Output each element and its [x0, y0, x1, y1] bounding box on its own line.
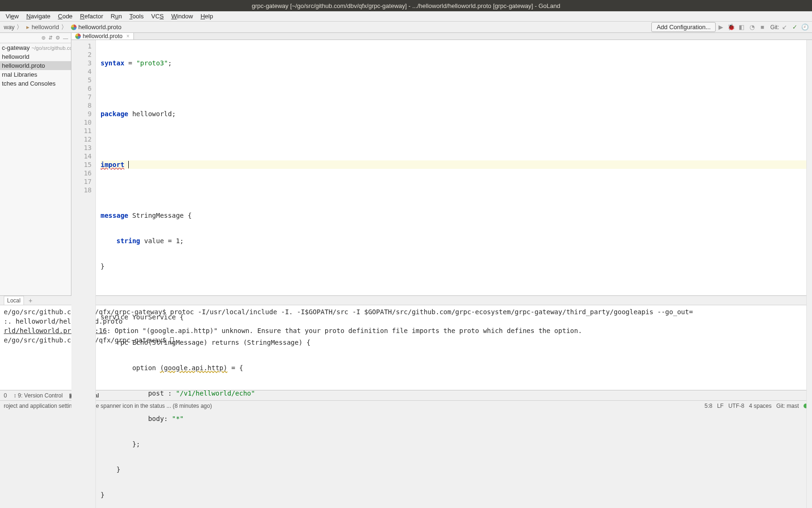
tool-tab-version-control[interactable]: ↕ 9: Version Control — [14, 392, 63, 399]
code-content[interactable]: syntax = "proto3"; package helloworld; i… — [96, 40, 806, 508]
menu-navigate[interactable]: Navigate — [23, 12, 54, 21]
error-stripe[interactable] — [806, 40, 812, 508]
breadcrumb-file[interactable]: helloworld.proto — [69, 24, 124, 31]
editor-tab-active[interactable]: helloworld.proto × — [71, 33, 134, 40]
tree-libraries[interactable]: rnal Libraries — [0, 70, 71, 79]
title-bar: grpc-gateway [~/go/src/github.com/dbv/qf… — [0, 0, 812, 11]
editor-tabs: helloworld.proto × — [71, 33, 812, 40]
code-editor[interactable]: 123456789101112131415161718 syntax = "pr… — [71, 40, 812, 508]
navigation-bar: way〉 ▸helloworld〉 helloworld.proto Add C… — [0, 22, 812, 33]
tree-scratches[interactable]: tches and Consoles — [0, 79, 71, 88]
proto-icon — [75, 33, 81, 39]
tool-tab-0[interactable]: 0 — [4, 392, 7, 399]
line-gutter: 123456789101112131415161718 — [71, 40, 96, 508]
project-toolbar: ⊚ ⇵ ⚙ — — [0, 33, 71, 43]
proto-icon — [71, 24, 77, 30]
run-icon[interactable]: ▶ — [717, 23, 725, 32]
expand-icon[interactable]: ⇵ — [48, 35, 53, 41]
terminal-tab-local[interactable]: Local — [4, 296, 24, 305]
git-update-icon[interactable]: ↙ — [780, 23, 789, 32]
coverage-icon[interactable]: ◧ — [737, 23, 746, 32]
collapse-icon[interactable]: — — [63, 35, 68, 41]
close-tab-icon[interactable]: × — [126, 33, 130, 40]
menu-run[interactable]: Run — [107, 12, 126, 21]
terminal-add-tab[interactable]: + — [29, 297, 32, 304]
menu-view[interactable]: View — [2, 12, 23, 21]
debug-icon[interactable]: 🐞 — [727, 23, 735, 32]
editor-area: helloworld.proto × 123456789101112131415… — [71, 33, 812, 295]
breadcrumb-root[interactable]: way〉 — [2, 23, 24, 32]
stop-icon[interactable]: ■ — [758, 23, 766, 32]
menu-window[interactable]: Window — [167, 12, 196, 21]
tree-dir[interactable]: helloworld — [0, 52, 71, 61]
menu-refactor[interactable]: Refactor — [76, 12, 107, 21]
git-history-icon[interactable]: 🕘 — [801, 23, 809, 32]
menu-vcs[interactable]: VCS — [148, 12, 168, 21]
gear-icon[interactable]: ⚙ — [55, 35, 60, 41]
git-label: Git: — [770, 24, 779, 31]
add-configuration-button[interactable]: Add Configuration... — [651, 22, 716, 32]
menu-code[interactable]: Code — [54, 12, 76, 21]
tree-file-selected[interactable]: helloworld.proto — [0, 61, 71, 70]
git-commit-icon[interactable]: ✓ — [790, 23, 799, 32]
breadcrumb-dir[interactable]: ▸helloworld〉 — [24, 23, 69, 32]
menu-bar: View Navigate Code Refactor Run Tools VC… — [0, 11, 812, 22]
tree-root[interactable]: c-gateway ~/go/src/github.co — [0, 43, 71, 52]
menu-help[interactable]: Help — [197, 12, 217, 21]
profile-icon[interactable]: ◔ — [748, 23, 756, 32]
tab-label: helloworld.proto — [83, 33, 123, 40]
target-icon[interactable]: ⊚ — [41, 35, 46, 41]
project-tool-window: ⊚ ⇵ ⚙ — c-gateway ~/go/src/github.co hel… — [0, 33, 71, 295]
title-text: grpc-gateway [~/go/src/github.com/dbv/qf… — [252, 2, 560, 9]
menu-tools[interactable]: Tools — [125, 12, 147, 21]
